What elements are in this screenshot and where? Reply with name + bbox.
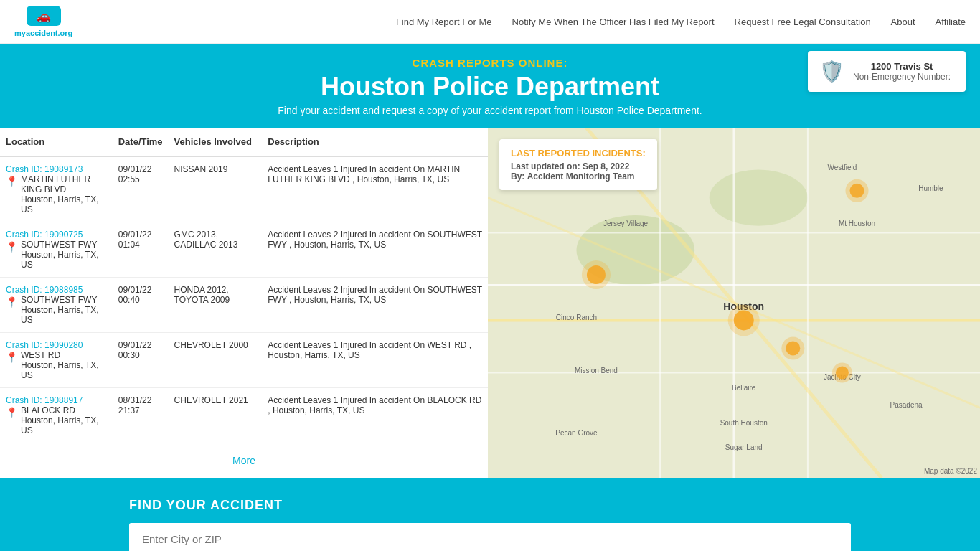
svg-text:Pecan Grove: Pecan Grove (555, 429, 598, 437)
vehicles-cell: CHEVROLET 2000 (169, 333, 263, 388)
hero-section: CRASH REPORTS ONLINE: Houston Police Dep… (0, 44, 980, 128)
last-reported-title: LAST REPORTED INCIDENTS: (511, 148, 646, 159)
main-content: Location Date/Time Vehicles Involved Des… (0, 128, 980, 478)
location-pin-icon: 📍 (6, 241, 18, 253)
navbar: 🚗 myaccident.org Find My Report For Me N… (0, 0, 980, 44)
location-cell: Crash ID: 19090725 📍 SOUTHWEST FWY Houst… (0, 222, 113, 278)
svg-point-36 (836, 367, 849, 380)
datetime-cell: 09/01/22 02:55 (113, 156, 169, 222)
description-cell: Accident Leaves 1 Injured In accident On… (262, 156, 488, 222)
nav-find-report[interactable]: Find My Report For Me (396, 17, 492, 27)
logo[interactable]: 🚗 myaccident.org (14, 6, 72, 37)
location-address: WEST RD Houston, Harris, TX, US (21, 350, 107, 380)
location-address: BLALOCK RD Houston, Harris, TX, US (21, 405, 107, 435)
svg-text:Mission Bend: Mission Bend (575, 367, 618, 375)
vehicles-cell: CHEVROLET 2021 (169, 388, 263, 443)
datetime-cell: 09/01/22 00:40 (113, 278, 169, 333)
location-cell: Crash ID: 19088917 📍 BLALOCK RD Houston,… (0, 388, 113, 443)
city-zip-input[interactable] (129, 523, 851, 551)
svg-text:Bellaire: Bellaire (732, 384, 756, 392)
crash-id-link[interactable]: Crash ID: 19089173 (6, 164, 83, 174)
svg-text:Cinco Ranch: Cinco Ranch (556, 314, 597, 321)
col-vehicles: Vehicles Involved (169, 128, 263, 156)
table-row: Crash ID: 19089173 📍 MARTIN LUTHER KING … (0, 156, 488, 222)
vehicles-cell: HONDA 2012, TOYOTA 2009 (169, 278, 263, 333)
find-title: FIND YOUR ACCIDENT (129, 498, 851, 513)
svg-text:Pasadena: Pasadena (890, 401, 923, 409)
description-cell: Accident Leaves 2 Injured In accident On… (262, 222, 488, 278)
table-row: Crash ID: 19088917 📍 BLALOCK RD Houston,… (0, 388, 488, 443)
map-copyright: Map data ©2022 (924, 467, 977, 475)
col-description: Description (262, 128, 488, 156)
svg-point-34 (786, 341, 800, 355)
dept-address: 1200 Travis St (853, 61, 951, 72)
last-reported-card: LAST REPORTED INCIDENTS: Last updated on… (499, 139, 657, 190)
svg-point-30 (587, 265, 606, 284)
find-section: FIND YOUR ACCIDENT (0, 478, 980, 551)
by-label: By: (511, 171, 524, 182)
location-cell: Crash ID: 19088985 📍 SOUTHWEST FWY Houst… (0, 278, 113, 333)
hero-description: Find your accident and request a copy of… (14, 105, 966, 116)
nav-affiliate[interactable]: Affiliate (936, 17, 966, 27)
svg-point-28 (850, 184, 864, 198)
svg-point-4 (710, 170, 808, 226)
vehicles-cell: NISSAN 2019 (169, 156, 263, 222)
svg-text:South Houston: South Houston (720, 419, 768, 427)
more-link[interactable]: More (0, 443, 488, 478)
badge-icon: 🛡️ (819, 60, 844, 83)
dept-card: 🛡️ 1200 Travis St Non-Emergency Number: (808, 51, 966, 92)
by-value: Accident Monitoring Team (527, 171, 635, 182)
datetime-cell: 08/31/22 21:37 (113, 388, 169, 443)
col-location: Location (0, 128, 113, 156)
crash-id-link[interactable]: Crash ID: 19090280 (6, 340, 83, 350)
description-cell: Accident Leaves 1 Injured In accident On… (262, 388, 488, 443)
nav-about[interactable]: About (891, 17, 915, 27)
nav-links: Find My Report For Me Notify Me When The… (396, 17, 966, 27)
map-section: Westfield Humble Jersey Village Mt Houst… (488, 128, 980, 478)
logo-icon: 🚗 (27, 6, 61, 29)
dept-phone-label: Non-Emergency Number: (853, 72, 951, 82)
svg-text:Sugar Land: Sugar Land (725, 443, 763, 451)
vehicles-cell: GMC 2013, CADILLAC 2013 (169, 222, 263, 278)
datetime-cell: 09/01/22 00:30 (113, 333, 169, 388)
table-row: Crash ID: 19090725 📍 SOUTHWEST FWY Houst… (0, 222, 488, 278)
svg-text:🚗: 🚗 (37, 9, 51, 23)
col-datetime: Date/Time (113, 128, 169, 156)
location-pin-icon: 📍 (6, 296, 18, 308)
logo-text: myaccident.org (14, 29, 72, 37)
description-cell: Accident Leaves 2 Injured In accident On… (262, 278, 488, 333)
datetime-cell: 09/01/22 01:04 (113, 222, 169, 278)
map-background: Westfield Humble Jersey Village Mt Houst… (488, 128, 980, 478)
table-row: Crash ID: 19088985 📍 SOUTHWEST FWY Houst… (0, 278, 488, 333)
svg-text:Jersey Village: Jersey Village (603, 220, 649, 227)
location-pin-icon: 📍 (6, 352, 18, 363)
location-address: MARTIN LUTHER KING BLVD Houston, Harris,… (21, 174, 107, 215)
incidents-table: Location Date/Time Vehicles Involved Des… (0, 128, 488, 443)
svg-point-32 (734, 310, 754, 330)
location-address: SOUTHWEST FWY Houston, Harris, TX, US (21, 295, 107, 325)
crash-id-link[interactable]: Crash ID: 19088985 (6, 285, 83, 295)
last-updated-value: Sep 8, 2022 (583, 161, 629, 171)
table-section: Location Date/Time Vehicles Involved Des… (0, 128, 488, 478)
svg-text:Westfield: Westfield (827, 164, 857, 171)
crash-id-link[interactable]: Crash ID: 19090725 (6, 230, 83, 240)
svg-text:Humble: Humble (918, 184, 943, 192)
table-row: Crash ID: 19090280 📍 WEST RD Houston, Ha… (0, 333, 488, 388)
last-reported-date: Last updated on: Sep 8, 2022 (511, 161, 646, 171)
location-address: SOUTHWEST FWY Houston, Harris, TX, US (21, 240, 107, 270)
last-updated-label: Last updated on: (511, 161, 580, 171)
nav-notify[interactable]: Notify Me When The Officer Has Filed My … (512, 17, 715, 27)
nav-legal[interactable]: Request Free Legal Consultation (735, 17, 871, 27)
location-cell: Crash ID: 19090280 📍 WEST RD Houston, Ha… (0, 333, 113, 388)
svg-text:Mt Houston: Mt Houston (839, 220, 875, 227)
description-cell: Accident Leaves 1 Injured In accident On… (262, 333, 488, 388)
location-pin-icon: 📍 (6, 176, 18, 187)
location-pin-icon: 📍 (6, 407, 18, 418)
crash-id-link[interactable]: Crash ID: 19088917 (6, 395, 83, 405)
last-reported-by: By: Accident Monitoring Team (511, 171, 646, 182)
location-cell: Crash ID: 19089173 📍 MARTIN LUTHER KING … (0, 156, 113, 222)
